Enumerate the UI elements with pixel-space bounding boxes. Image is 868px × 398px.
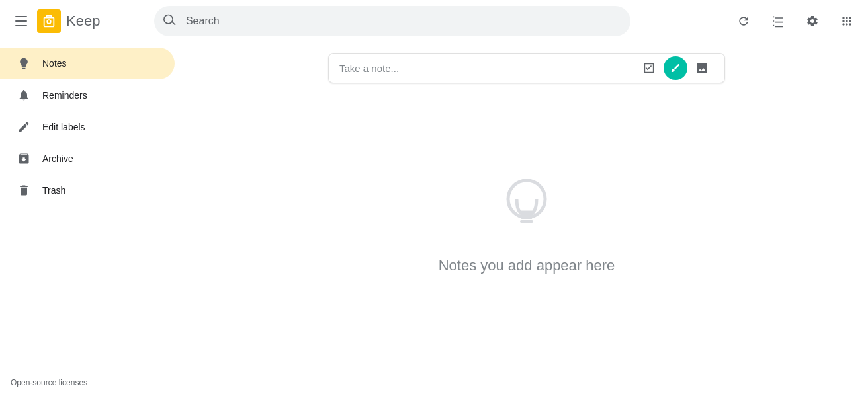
sidebar: Notes Reminders Edit labels xyxy=(0,42,185,398)
search-bar xyxy=(154,6,630,36)
list-view-button[interactable] xyxy=(762,5,794,37)
sidebar-nav: Notes Reminders Edit labels xyxy=(0,48,185,206)
menu-button[interactable] xyxy=(5,5,37,37)
sidebar-item-edit-labels[interactable]: Edit labels xyxy=(0,111,175,143)
empty-state: Notes you add appear here xyxy=(439,94,615,387)
sidebar-item-trash[interactable]: Trash xyxy=(0,175,175,206)
sidebar-item-archive[interactable]: Archive xyxy=(0,143,175,175)
apps-button[interactable] xyxy=(831,5,863,37)
trash-icon xyxy=(16,184,32,197)
edit-icon xyxy=(16,120,32,134)
app-logo[interactable]: Keep xyxy=(37,9,100,33)
bell-icon xyxy=(16,89,32,102)
svg-rect-2 xyxy=(521,216,532,219)
search-input[interactable] xyxy=(154,6,630,36)
new-drawing-button[interactable] xyxy=(664,56,687,80)
brush-active-indicator xyxy=(664,56,687,80)
new-image-button[interactable] xyxy=(690,56,714,80)
keep-logo-icon xyxy=(37,9,61,33)
open-source-footer[interactable]: Open-source licenses xyxy=(0,373,185,393)
archive-icon xyxy=(16,152,32,165)
empty-state-text: Notes you add appear here xyxy=(439,257,615,274)
empty-state-icon xyxy=(487,167,566,247)
note-input-placeholder[interactable]: Take a note... xyxy=(339,63,637,74)
header-actions xyxy=(728,5,863,37)
svg-rect-1 xyxy=(520,212,533,216)
reminders-label: Reminders xyxy=(42,90,87,100)
note-input-bar[interactable]: Take a note... xyxy=(328,53,725,83)
hamburger-icon xyxy=(15,16,27,26)
app-header: Keep xyxy=(0,0,868,42)
main-content: Take a note... xyxy=(185,42,868,398)
app-body: Notes Reminders Edit labels xyxy=(0,42,868,398)
new-list-button[interactable] xyxy=(637,56,661,80)
archive-label: Archive xyxy=(42,153,73,164)
note-input-actions xyxy=(637,56,714,80)
app-name: Keep xyxy=(66,13,100,30)
sidebar-item-reminders[interactable]: Reminders xyxy=(0,79,175,111)
trash-label: Trash xyxy=(42,185,65,196)
sidebar-item-notes[interactable]: Notes xyxy=(0,48,175,79)
refresh-button[interactable] xyxy=(728,5,760,37)
settings-button[interactable] xyxy=(797,5,828,37)
edit-labels-label: Edit labels xyxy=(42,122,85,132)
notes-label: Notes xyxy=(42,58,67,69)
lightbulb-icon xyxy=(16,57,32,70)
